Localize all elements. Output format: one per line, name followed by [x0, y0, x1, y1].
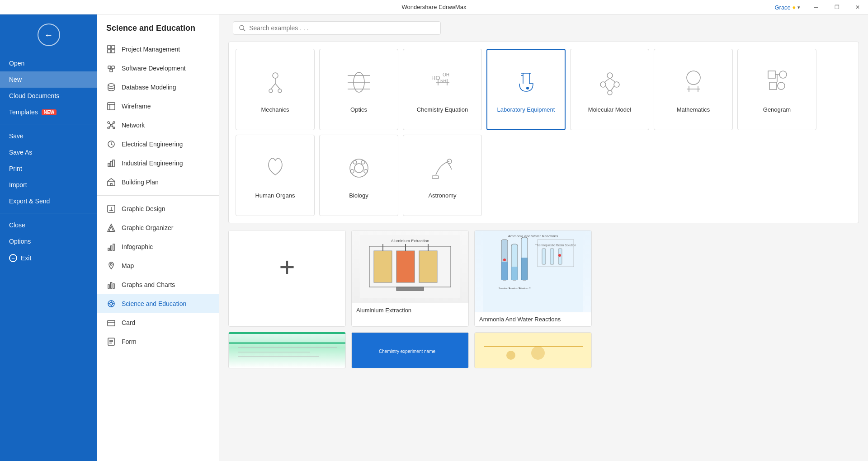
- category-label: Database Modeling: [122, 84, 176, 91]
- category-database-modeling[interactable]: Database Modeling: [97, 78, 219, 97]
- template-card-genogram[interactable]: Genogram: [737, 49, 816, 130]
- category-software-development[interactable]: Software Development: [97, 59, 219, 78]
- titlebar: Wondershare EdrawMax Grace ♦ ▾ ─ ❐ ✕: [0, 0, 868, 14]
- sidebar-item-templates[interactable]: Templates NEW: [0, 104, 97, 120]
- svg-point-88: [779, 71, 787, 78]
- template-card-optics[interactable]: Optics: [319, 49, 398, 130]
- category-industrial-engineering[interactable]: Industrial Engineering: [97, 154, 219, 173]
- svg-point-120: [503, 259, 506, 261]
- category-building-plan[interactable]: Building Plan: [97, 173, 219, 192]
- category-science-education[interactable]: Science and Education: [97, 294, 219, 313]
- category-project-management[interactable]: Project Management: [97, 40, 219, 59]
- sidebar-item-save[interactable]: Save: [0, 128, 97, 144]
- template-card-molecular[interactable]: Molecular Model: [570, 49, 649, 130]
- svg-rect-91: [769, 82, 777, 89]
- category-label: Wireframe: [122, 103, 151, 110]
- sidebar-item-import[interactable]: Import: [0, 177, 97, 193]
- svg-rect-24: [110, 161, 112, 167]
- example-card-aluminium[interactable]: Aluminium Extraction: [351, 230, 469, 327]
- svg-point-83: [687, 71, 700, 85]
- example-card-blank[interactable]: +: [228, 230, 346, 327]
- biology-label: Biology: [349, 192, 368, 199]
- science-icon: [106, 299, 116, 309]
- example-card-partial-2[interactable]: Chemistry experiment name: [351, 332, 469, 368]
- example-card-partial-3[interactable]: [474, 332, 592, 368]
- astronomy-icon: [427, 152, 458, 188]
- blank-thumb: +: [229, 230, 345, 303]
- svg-line-80: [610, 78, 615, 82]
- exit-label: Exit: [21, 254, 31, 262]
- template-card-mathematics[interactable]: Mathematics: [654, 49, 733, 130]
- category-label: Electrical Engineering: [122, 141, 183, 148]
- category-graphic-organizer[interactable]: Graphic Organizer: [97, 218, 219, 237]
- svg-text:Solution C: Solution C: [518, 287, 531, 290]
- svg-line-79: [605, 78, 610, 82]
- chemistry-icon: HO OH NH: [427, 66, 458, 102]
- svg-line-7: [109, 69, 111, 69]
- back-button[interactable]: ←: [38, 24, 60, 46]
- svg-rect-23: [108, 163, 110, 167]
- category-wireframe[interactable]: Wireframe: [97, 97, 219, 116]
- ammonia-thumb: Ammonia and Water Reactions: [475, 230, 591, 312]
- category-graphs-charts[interactable]: Graphs and Charts: [97, 275, 219, 294]
- svg-rect-119: [521, 258, 528, 280]
- category-card[interactable]: Card: [97, 313, 219, 332]
- close-button[interactable]: ✕: [847, 0, 868, 14]
- genogram-label: Genogram: [763, 106, 791, 113]
- example-card-partial-1[interactable]: [228, 332, 346, 368]
- sidebar-item-export[interactable]: Export & Send: [0, 193, 97, 209]
- category-graphic-design[interactable]: Graphic Design: [97, 199, 219, 218]
- template-card-human-organs[interactable]: Human Organs: [236, 135, 315, 216]
- svg-rect-33: [108, 248, 109, 250]
- template-card-chemistry[interactable]: HO OH NH Chemistry Equation: [403, 49, 482, 130]
- minimize-button[interactable]: ─: [806, 0, 826, 14]
- sidebar-item-new[interactable]: New: [0, 71, 97, 88]
- svg-line-53: [243, 29, 245, 31]
- sidebar-item-print[interactable]: Print: [0, 160, 97, 177]
- svg-rect-39: [113, 284, 114, 288]
- graphic-design-icon: [106, 204, 116, 214]
- category-map[interactable]: Map: [97, 256, 219, 275]
- svg-text:Chemistry experiment name: Chemistry experiment name: [379, 349, 435, 354]
- user-dropdown-icon[interactable]: ▾: [797, 5, 800, 10]
- svg-rect-117: [501, 262, 508, 280]
- search-icon: [239, 24, 245, 32]
- search-input[interactable]: [249, 24, 435, 32]
- sidebar-divider-1: [0, 124, 97, 124]
- template-card-biology[interactable]: Biology: [319, 135, 398, 216]
- molecular-icon: [594, 66, 626, 102]
- examples-section: + Aluminium Extraction: [228, 230, 859, 368]
- search-bar: [233, 21, 441, 35]
- svg-point-52: [240, 25, 244, 29]
- category-electrical-engineering[interactable]: Electrical Engineering: [97, 135, 219, 154]
- maximize-button[interactable]: ❐: [826, 0, 847, 14]
- svg-rect-2: [108, 50, 111, 53]
- svg-rect-46: [108, 320, 115, 326]
- template-card-mechanics[interactable]: Mechanics: [236, 49, 315, 130]
- svg-line-21: [112, 126, 113, 127]
- category-panel-title: Science and Education: [97, 19, 219, 40]
- sidebar-item-options[interactable]: Options: [0, 233, 97, 249]
- example-card-ammonia[interactable]: Ammonia and Water Reactions: [474, 230, 592, 327]
- astronomy-label: Astronomy: [428, 192, 456, 199]
- sidebar-item-close[interactable]: Close: [0, 217, 97, 233]
- sidebar-blue: ← Open New Cloud Documents Templates NEW…: [0, 14, 97, 461]
- svg-point-14: [108, 122, 109, 123]
- examples-grid: + Aluminium Extraction: [228, 230, 859, 327]
- sidebar-item-open[interactable]: Open: [0, 55, 97, 71]
- template-card-astronomy[interactable]: Astronomy: [403, 135, 482, 216]
- sidebar-item-save-as[interactable]: Save As: [0, 144, 97, 160]
- svg-text:Thermoplastic Resin Solution: Thermoplastic Resin Solution: [535, 244, 576, 247]
- sidebar-item-cloud[interactable]: Cloud Documents: [0, 88, 97, 104]
- category-label: Network: [122, 122, 145, 129]
- category-form[interactable]: Form: [97, 332, 219, 351]
- sidebar-item-exit[interactable]: – Exit: [0, 249, 97, 267]
- category-infographic[interactable]: Infographic: [97, 237, 219, 256]
- mechanics-label: Mechanics: [261, 106, 289, 113]
- category-label: Form: [122, 338, 137, 345]
- category-network[interactable]: Network: [97, 116, 219, 135]
- template-card-laboratory[interactable]: Laboratory Equipment: [486, 49, 566, 130]
- svg-rect-0: [108, 46, 111, 49]
- optics-icon: [343, 66, 375, 102]
- svg-rect-105: [374, 251, 392, 282]
